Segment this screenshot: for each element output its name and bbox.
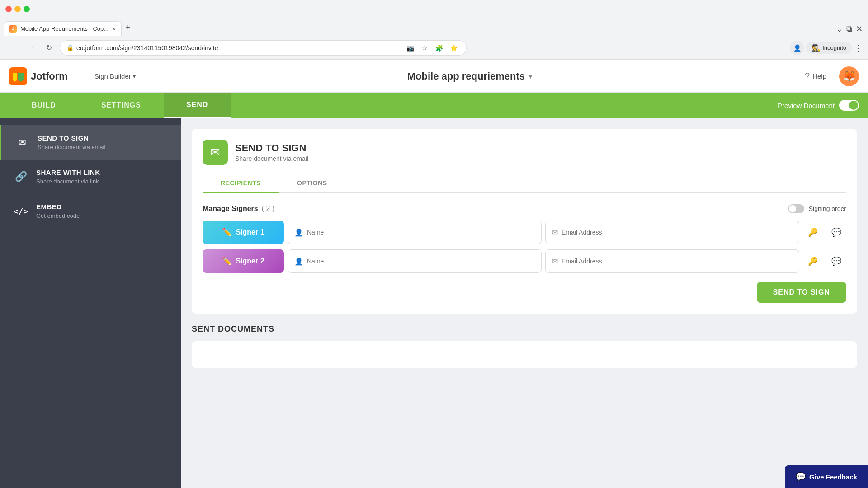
incognito-icon: 🕵 [811, 43, 821, 52]
person-icon-1: 👤 [294, 228, 303, 237]
doc-title-chevron: ▾ [528, 72, 532, 80]
lock-icon: 🔒 [66, 44, 74, 51]
sidebar-item-embed[interactable]: </> EMBED Get embed code [0, 194, 181, 228]
sidebar-item-link-text: SHARE WITH LINK Share document via link [36, 169, 100, 185]
address-icons: 📷 ☆ 🧩 ⭐ [404, 42, 460, 54]
email-icon-1: ✉ [552, 228, 558, 237]
doc-title-text: Mobile app requriements [407, 70, 525, 82]
sidebar: ✉ SEND TO SIGN Share document via email … [0, 118, 181, 488]
signer-1-message-btn[interactable]: 💬 [826, 221, 846, 244]
signer-1-email-input[interactable]: ✉ [545, 221, 799, 244]
help-btn[interactable]: ? Help [799, 68, 832, 84]
browser-right-icons: 👤 🕵 Incognito ⋮ [790, 41, 863, 55]
browser-menu-btn[interactable]: ⋮ [854, 42, 863, 53]
signer-1-row: ✏️ Signer 1 👤 ✉ 🔑 💬 [203, 221, 846, 244]
signing-order-knob [789, 205, 796, 212]
signer-2-message-btn[interactable]: 💬 [826, 249, 846, 273]
help-label: Help [812, 72, 826, 80]
send-btn-row: SEND TO SIGN [203, 282, 846, 303]
avatar-placeholder: 🦊 [843, 70, 855, 82]
logo-svg-icon [9, 67, 27, 85]
panel-email-icon: ✉ [203, 140, 228, 165]
app-header: Jotform Sign Builder ▾ Mobile app requri… [0, 60, 868, 93]
sidebar-item-embed-title: EMBED [36, 203, 80, 211]
signer-2-email-input[interactable]: ✉ [545, 249, 799, 273]
address-bar[interactable]: 🔒 eu.jotform.com/sign/231401150198042/se… [60, 40, 467, 56]
new-tab-btn[interactable]: + [122, 21, 134, 34]
signer-1-label: ✏️ Signer 1 [203, 221, 284, 244]
signing-order-row: Signing order [788, 204, 846, 213]
give-feedback-btn[interactable]: 💬 Give Feedback [785, 465, 868, 488]
signer-1-label-text: Signer 1 [236, 228, 264, 236]
signer-1-icon: ✏️ [222, 227, 232, 237]
tab-title: Mobile App Requirements - Cop... [20, 25, 108, 32]
signer-2-name-input[interactable]: 👤 [288, 249, 542, 273]
profile-icon[interactable]: 👤 [790, 41, 804, 55]
reload-btn[interactable]: ↻ [42, 41, 56, 55]
email-icon: ✉ [14, 134, 30, 150]
manage-signers-label-row: Manage Signers ( 2 ) [203, 205, 274, 213]
tab-build[interactable]: BUILD [9, 93, 79, 118]
sidebar-item-send-text: SEND TO SIGN Share document via email [38, 134, 105, 150]
sign-builder-btn[interactable]: Sign Builder ▾ [90, 70, 140, 83]
camera-icon[interactable]: 📷 [404, 42, 416, 54]
window-minimize-btn[interactable] [14, 6, 21, 12]
url-text: eu.jotform.com/sign/231401150198042/send… [76, 44, 404, 52]
panel-title: SEND TO SIGN [235, 142, 308, 154]
options-tab[interactable]: OPTIONS [279, 174, 345, 192]
tab-list-btn[interactable]: ⌄ [836, 24, 843, 34]
sent-documents-title: SENT DOCUMENTS [192, 324, 857, 334]
close-window-btn[interactable]: ✕ [856, 24, 863, 34]
sidebar-item-embed-text: EMBED Get embed code [36, 203, 80, 219]
signer-2-label: ✏️ Signer 2 [203, 249, 284, 273]
forward-btn[interactable]: → [24, 41, 38, 55]
sent-doc-card [192, 341, 857, 368]
signers-count: ( 2 ) [262, 205, 274, 213]
signer-1-name-input[interactable]: 👤 [288, 221, 542, 244]
signer-2-name-field[interactable] [307, 258, 535, 265]
window-maximize-btn[interactable] [24, 6, 30, 12]
window-close-btn[interactable] [5, 6, 12, 12]
link-icon: 🔗 [13, 169, 29, 185]
email-icon-2: ✉ [552, 257, 558, 266]
user-avatar[interactable]: 🦊 [839, 66, 859, 86]
signer-2-key-btn[interactable]: 🔑 [803, 249, 823, 273]
recipients-tab[interactable]: RECIPIENTS [203, 174, 279, 193]
jotform-logo[interactable]: Jotform [9, 67, 68, 85]
nav-tabs: BUILD SETTINGS SEND Preview Document [0, 93, 868, 118]
sidebar-item-share-with-link[interactable]: 🔗 SHARE WITH LINK Share document via lin… [0, 160, 181, 194]
panel-header: ✉ SEND TO SIGN Share document via email [203, 140, 846, 165]
bookmark-icon[interactable]: ☆ [418, 42, 431, 54]
extension-icon[interactable]: 🧩 [433, 42, 445, 54]
signer-1-email-field[interactable] [561, 229, 793, 236]
tab-close-btn[interactable]: × [112, 25, 116, 33]
address-bar-row: ← → ↻ 🔒 eu.jotform.com/sign/231401150198… [0, 36, 868, 60]
panel-header-text: SEND TO SIGN Share document via email [235, 142, 308, 162]
preview-document-label: Preview Document [778, 102, 835, 109]
sidebar-item-send-title: SEND TO SIGN [38, 134, 105, 142]
preview-document-toggle[interactable] [839, 100, 859, 111]
sidebar-item-embed-desc: Get embed code [36, 212, 80, 219]
signer-2-email-field[interactable] [561, 258, 793, 265]
person-icon-2: 👤 [294, 257, 303, 266]
signer-2-icon: ✏️ [222, 256, 232, 266]
logo-text: Jotform [31, 70, 68, 82]
send-to-sign-button[interactable]: SEND TO SIGN [757, 282, 846, 303]
bookmark-star-icon[interactable]: ⭐ [447, 42, 460, 54]
browser-chrome: J Mobile App Requirements - Cop... × + ⌄… [0, 0, 868, 60]
toggle-knob [849, 101, 858, 110]
signer-1-key-btn[interactable]: 🔑 [803, 221, 823, 244]
signer-2-row: ✏️ Signer 2 👤 ✉ 🔑 💬 [203, 249, 846, 273]
signing-order-label: Signing order [809, 205, 846, 212]
tab-settings[interactable]: SETTINGS [79, 93, 164, 118]
signing-order-toggle[interactable] [788, 204, 804, 213]
back-btn[interactable]: ← [5, 41, 20, 55]
tab-favicon: J [9, 25, 17, 33]
incognito-badge: 🕵 Incognito [806, 42, 852, 54]
browser-tab-active[interactable]: J Mobile App Requirements - Cop... × [4, 21, 122, 36]
sidebar-item-send-to-sign[interactable]: ✉ SEND TO SIGN Share document via email [0, 125, 181, 160]
restore-btn[interactable]: ⧉ [846, 24, 852, 34]
tab-send[interactable]: SEND [164, 93, 231, 118]
signer-1-name-field[interactable] [307, 229, 535, 236]
sign-builder-chevron: ▾ [133, 73, 136, 80]
